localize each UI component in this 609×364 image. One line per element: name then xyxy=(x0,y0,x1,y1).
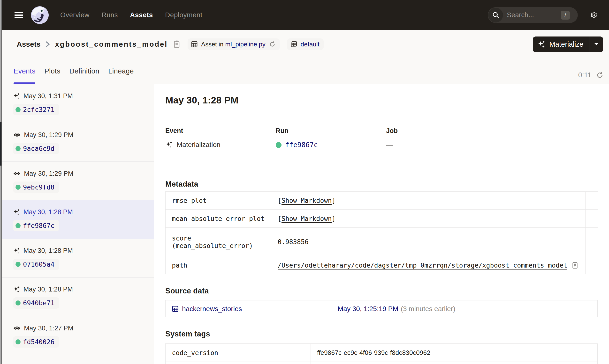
repo-tag-link[interactable]: default xyxy=(301,41,319,48)
event-time: May 30, 1:31 PM xyxy=(24,92,73,100)
event-list-item[interactable]: May 30, 1:29 PM 9aca6c9d xyxy=(2,123,154,162)
copy-asset-name-icon[interactable] xyxy=(173,40,180,48)
tabs: Events Plots Definition Lineage xyxy=(14,58,134,84)
run-badge[interactable]: 2cfc3271 xyxy=(13,104,59,115)
event-list-item[interactable]: May 30, 1:27 PM fd540026 xyxy=(2,316,154,355)
event-time: May 30, 1:29 PM xyxy=(24,170,73,177)
repo-icon xyxy=(291,41,297,48)
nav-overview[interactable]: Overview xyxy=(60,11,90,19)
materialize-button-group: Materialize xyxy=(533,37,603,52)
metadata-key: path xyxy=(172,261,187,269)
metadata-row: path/Users/odetteharary/code/dagster/tmp… xyxy=(166,256,598,274)
run-badge[interactable]: fd540026 xyxy=(13,336,59,348)
event-list-item[interactable]: May 30, 1:28 PM ffe9867c xyxy=(2,200,154,239)
event-detail-panel: May 30, 1:28 PM Event Materialization Ru… xyxy=(154,84,609,364)
run-status-dot xyxy=(15,185,21,190)
materialize-dropdown-button[interactable] xyxy=(589,37,603,52)
refresh-timer: 0:11 xyxy=(578,71,591,79)
event-detail-title: May 30, 1:28 PM xyxy=(165,95,609,106)
run-id: ffe9867c xyxy=(23,222,55,229)
event-list-item[interactable]: May 30, 1:28 PM 071605a4 xyxy=(2,239,154,278)
tab-plots[interactable]: Plots xyxy=(44,58,60,84)
event-column: Event Materialization xyxy=(165,127,276,149)
tabs-row: Events Plots Definition Lineage 0:11 xyxy=(2,58,609,84)
metadata-heading: Metadata xyxy=(165,180,609,189)
event-list-item[interactable]: May 30, 1:28 PM 6940be71 xyxy=(2,278,154,316)
event-time: May 30, 1:28 PM xyxy=(24,286,73,293)
hamburger-menu-icon[interactable] xyxy=(14,12,23,18)
event-time: May 30, 1:27 PM xyxy=(24,325,73,332)
run-status-dot xyxy=(15,107,21,112)
materialization-sparkle-icon xyxy=(13,208,20,216)
table-icon xyxy=(172,306,179,312)
metadata-table: rmse plot[Show Markdown]mean_absolute_er… xyxy=(165,191,598,274)
settings-gear-icon[interactable] xyxy=(590,11,598,19)
observation-eye-icon xyxy=(13,131,21,139)
run-badge[interactable]: 9ebc9fd8 xyxy=(13,182,59,193)
path-link[interactable]: /Users/odetteharary/code/dagster/tmp_0mz… xyxy=(278,261,567,269)
search-shortcut-badge: / xyxy=(561,11,570,20)
asset-tag-prefix: Asset in xyxy=(201,41,224,48)
asset-header-row: Assets xgboost_comments_model Asset in m… xyxy=(2,30,609,58)
breadcrumb-assets-link[interactable]: Assets xyxy=(17,40,41,48)
dagster-app-window: Overview Runs Assets Deployment Search..… xyxy=(1,0,609,364)
run-badge[interactable]: ffe9867c xyxy=(13,220,59,231)
reload-icon[interactable] xyxy=(269,41,276,48)
run-id: 2cfc3271 xyxy=(23,106,55,113)
event-type-value: Materialization xyxy=(177,141,221,149)
sparkle-icon xyxy=(538,40,546,48)
system-tags-table: code_version ffe9867c-ec9c-4f06-939c-f8d… xyxy=(165,343,598,364)
primary-nav: Overview Runs Assets Deployment xyxy=(60,11,202,19)
event-list-item[interactable]: May 30, 1:31 PM 2cfc3271 xyxy=(2,84,154,123)
event-header: Event xyxy=(165,127,276,135)
refresh-icon[interactable] xyxy=(596,72,603,79)
asset-tag-file-link[interactable]: ml_pipeline.py xyxy=(225,41,265,48)
run-id: 9aca6c9d xyxy=(23,145,55,152)
observation-eye-icon xyxy=(13,324,21,332)
source-time-ago: (3 minutes earlier) xyxy=(401,305,456,312)
materialize-button[interactable]: Materialize xyxy=(533,40,589,48)
metadata-value: 0.983856 xyxy=(278,238,309,246)
nav-deployment[interactable]: Deployment xyxy=(165,11,202,19)
tab-lineage[interactable]: Lineage xyxy=(108,58,134,84)
asset-group-tag: Asset in ml_pipeline.py xyxy=(188,39,280,50)
run-badge[interactable]: 6940be71 xyxy=(13,297,59,309)
tab-definition[interactable]: Definition xyxy=(69,58,99,84)
source-data-heading: Source data xyxy=(165,287,609,295)
source-time-link[interactable]: May 30, 1:25:19 PM xyxy=(338,305,398,312)
dagster-logo[interactable] xyxy=(31,6,49,24)
run-id: 9ebc9fd8 xyxy=(23,183,55,191)
source-data-table: hackernews_stories May 30, 1:25:19 PM(3 … xyxy=(165,300,598,317)
job-header: Job xyxy=(386,127,609,135)
desktop-edge-sliver xyxy=(0,0,1,364)
metadata-row: mean_absolute_error plot[Show Markdown] xyxy=(166,209,598,228)
nav-assets[interactable]: Assets xyxy=(130,11,153,19)
show-markdown-link[interactable]: Show Markdown xyxy=(281,215,332,222)
caret-down-icon xyxy=(594,42,599,46)
header-right: Search... / xyxy=(488,7,609,23)
search-input[interactable]: Search... / xyxy=(488,7,578,23)
job-column: Job — xyxy=(386,127,609,149)
materialize-label: Materialize xyxy=(550,40,583,48)
copy-path-icon[interactable] xyxy=(572,261,578,269)
observation-eye-icon xyxy=(13,170,21,177)
run-id: fd540026 xyxy=(23,338,55,346)
breadcrumb-chevron-icon xyxy=(45,40,50,48)
run-badge[interactable]: 071605a4 xyxy=(13,259,59,270)
breadcrumb: Assets xgboost_comments_model xyxy=(17,40,180,48)
tab-events[interactable]: Events xyxy=(14,58,35,84)
show-markdown-link[interactable]: Show Markdown xyxy=(281,197,332,204)
asset-name: xgboost_comments_model xyxy=(55,40,167,48)
nav-runs[interactable]: Runs xyxy=(102,11,118,19)
top-nav-bar: Overview Runs Assets Deployment Search..… xyxy=(2,0,609,30)
run-id-link[interactable]: ffe9867c xyxy=(285,141,318,149)
table-icon xyxy=(191,41,198,48)
event-list-item[interactable]: May 30, 1:29 PM 9ebc9fd8 xyxy=(2,162,154,200)
run-badge[interactable]: 9aca6c9d xyxy=(13,143,59,154)
source-asset-link[interactable]: hackernews_stories xyxy=(182,305,242,313)
source-data-row: hackernews_stories May 30, 1:25:19 PM(3 … xyxy=(166,300,598,317)
metadata-key: score(mean_absolute_error) xyxy=(172,234,253,249)
materialization-sparkle-icon xyxy=(13,247,20,255)
run-status-dot xyxy=(15,262,21,267)
run-status-dot xyxy=(15,146,21,151)
